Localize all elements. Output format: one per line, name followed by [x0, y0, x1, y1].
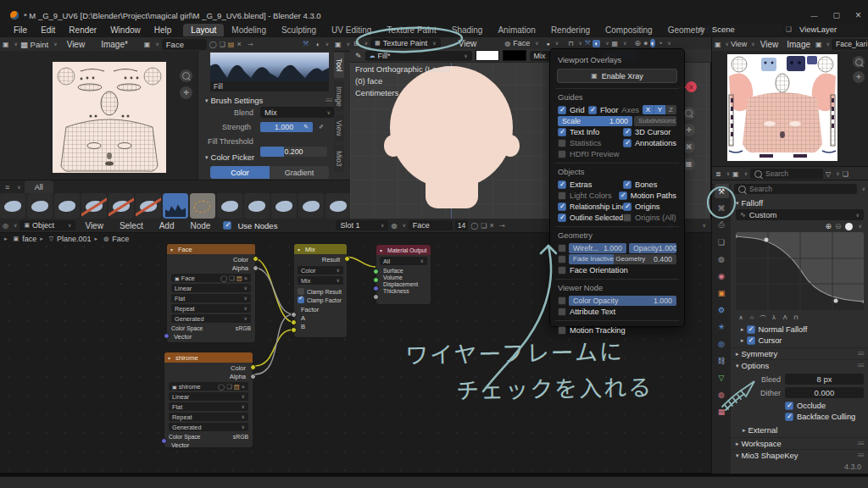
viewlayer-selector[interactable]: ViewLayer [795, 24, 865, 35]
paint-mode-dropdown[interactable]: ▦ Paint [20, 40, 48, 49]
shelf-tab-all[interactable]: All [25, 180, 53, 194]
socket-result-out[interactable] [344, 256, 350, 262]
outliner-funnel-icon[interactable]: ▽ [826, 170, 831, 178]
source-dropdown[interactable]: Generated∨ [171, 314, 251, 323]
external-panel-header[interactable]: ▸External [731, 424, 868, 435]
curve-preset-sphere-icon[interactable]: ∩ [747, 313, 757, 322]
side-tab-view[interactable]: View [334, 114, 344, 141]
brush-thumbnail[interactable] [326, 193, 351, 219]
canvas-pan-icon[interactable]: ✛ [853, 71, 865, 83]
transform-orientation-dropdown[interactable]: Face [513, 39, 530, 47]
tab-texture-icon[interactable]: ▦ [715, 404, 729, 419]
curve-preset-linear-icon[interactable]: Λ [780, 313, 790, 322]
properties-options-icon[interactable]: ∨ [862, 186, 865, 191]
blend-dropdown[interactable]: Mix∨ [260, 107, 335, 118]
data-type-dropdown[interactable]: Color∨ [298, 266, 343, 274]
tab-particles-icon[interactable]: ✳ [715, 319, 729, 334]
brush-thumbnail[interactable] [271, 193, 297, 219]
wireframe-opacity-slider[interactable]: Opacity1.000 [629, 243, 676, 253]
wireframe-checkbox[interactable] [558, 244, 566, 252]
extension-dropdown[interactable]: Repeat∨ [169, 413, 248, 421]
shading-wireframe-icon[interactable]: ⊕ [635, 39, 642, 47]
shading-rendered-icon[interactable]: ◔ [658, 39, 662, 47]
brush-thumbnail[interactable] [54, 193, 80, 219]
axis-z-toggle[interactable]: Z [665, 105, 676, 114]
image-datablock-field[interactable]: ▣shirome◯❏▤× [169, 382, 248, 391]
source-dropdown[interactable]: Generated∨ [169, 423, 248, 431]
fill-threshold-slider[interactable]: 0.200 [260, 147, 327, 157]
menu-render[interactable]: Render [62, 25, 103, 35]
image-datablock-field[interactable]: ▣Face◯❏▤× [171, 274, 251, 282]
proportional-edit-icon[interactable]: ⤧ [585, 39, 590, 47]
tab-constraints-icon[interactable]: ⛓ [715, 353, 729, 368]
grid-checkbox[interactable]: Grid [558, 106, 588, 114]
node-header[interactable]: ▾Face [167, 244, 255, 254]
grid-scale-slider[interactable]: Scale1.000 [558, 116, 632, 126]
shading-solid-icon[interactable]: ● [643, 39, 648, 47]
brush-icon[interactable]: ✎ [355, 52, 362, 60]
node-header[interactable]: ▾Material Output [376, 245, 431, 255]
image-browse-icon[interactable]: ▣ [815, 41, 822, 48]
editor-type-shader-icon[interactable]: ◎ [3, 222, 8, 230]
image-browse-icon[interactable]: ▣ [144, 41, 151, 48]
bones-checkbox[interactable]: Bones [623, 180, 657, 189]
slot-dropdown[interactable]: Slot 1∨ [336, 220, 388, 230]
annotations-checkbox[interactable]: Annotations [623, 139, 676, 147]
shading-material-icon[interactable]: ◐ [650, 39, 654, 47]
unlink-image-icon[interactable]: × [236, 40, 241, 48]
editor-type-image-icon[interactable]: ▣ [715, 41, 721, 48]
workspace-tab-modeling[interactable]: Modeling [224, 24, 274, 36]
maximize-button[interactable]: ▢ [832, 11, 840, 19]
axes-toggle[interactable]: X Y Z [643, 105, 676, 114]
pivot-point-icon[interactable]: ● [547, 41, 550, 47]
color-picker-collapse-icon[interactable]: ▾ [205, 154, 209, 161]
right-uv-canvas[interactable]: ✛ [712, 51, 868, 166]
workspace-panel-header[interactable]: ▸Workspace≡≡ [731, 437, 868, 449]
menu-edit[interactable]: Edit [34, 25, 62, 35]
curve-point-color-icon[interactable] [845, 223, 853, 230]
tab-physics-icon[interactable]: ◎ [715, 336, 729, 351]
enable-xray-button[interactable]: ▣ Enable Xray [557, 69, 677, 83]
node-image-texture-face[interactable]: ▾Face Color Alpha ▣Face◯❏▤× Linear∨ Flat… [166, 243, 256, 343]
brush-thumbnail[interactable] [217, 193, 242, 219]
right-view-dropdown[interactable]: View [731, 40, 747, 48]
node-mix[interactable]: ▾Mix Result Color∨ Mix∨ Clamp Result Cla… [293, 243, 348, 338]
workspace-tab-uv-editing[interactable]: UV Editing [324, 24, 379, 36]
side-tab-tool[interactable]: Tool [334, 53, 344, 78]
curve-tools-icon[interactable]: ∨ [859, 224, 862, 229]
workspace-tab-rendering[interactable]: Rendering [543, 24, 598, 36]
curve-zoom-in-icon[interactable]: ⊕ [826, 222, 832, 230]
unlink-material-icon[interactable]: × [489, 221, 493, 230]
canvas-zoom-icon[interactable] [853, 56, 865, 68]
options-panel-header[interactable]: ▾Options≡≡ [731, 359, 868, 371]
workspace-tab-shading[interactable]: Shading [444, 24, 491, 36]
side-tab-mio3[interactable]: Mio3 [334, 145, 344, 172]
extension-dropdown[interactable]: Repeat∨ [171, 304, 251, 313]
fade-inactive-slider[interactable]: Fade Inactive Geometry0.400 [569, 254, 676, 264]
pin-icon[interactable]: ⊸ [248, 41, 253, 48]
bleed-field[interactable]: 8 px [785, 374, 864, 385]
open-image-folder-icon[interactable]: ▤ [228, 41, 235, 48]
tab-output-icon[interactable]: ⎙ [715, 218, 729, 232]
stylus-curve-button[interactable]: ✐ [315, 122, 327, 132]
menu-file[interactable]: File [7, 25, 34, 35]
outliner-settings-icon[interactable]: ❏ [843, 170, 849, 178]
scene-selector[interactable]: Scene [708, 24, 782, 35]
socket-surface-in[interactable] [373, 269, 379, 274]
socket-thickness-in[interactable] [373, 294, 379, 300]
symmetry-panel-header[interactable]: ▸Symmetry≡≡ [731, 347, 868, 359]
panel-grip-icon[interactable]: ≡≡ [326, 97, 331, 104]
hdri-preview-checkbox[interactable]: HDRI Preview [558, 150, 619, 158]
mio3-shapekey-panel-header[interactable]: ▾Mio3 ShapeKey≡≡ [731, 449, 868, 461]
socket-color-out[interactable] [250, 364, 256, 370]
wireframe-slider[interactable]: Wirefr...1.000 [569, 243, 626, 253]
copy-material-icon[interactable]: ❏ [481, 222, 487, 230]
outliner-display-mode-icon[interactable]: ≣ [715, 170, 721, 178]
workspace-tab-animation[interactable]: Animation [490, 24, 542, 36]
right-image-menu[interactable]: Image [783, 40, 814, 49]
axis-y-toggle[interactable]: Y [654, 105, 665, 114]
shader-type-dropdown[interactable]: ▣Object∨ [19, 220, 75, 230]
overlays-dropdown-icon[interactable]: ◐ [593, 40, 600, 47]
node-header[interactable]: ▾Mix [294, 244, 347, 254]
axis-x-toggle[interactable]: X [643, 105, 654, 114]
